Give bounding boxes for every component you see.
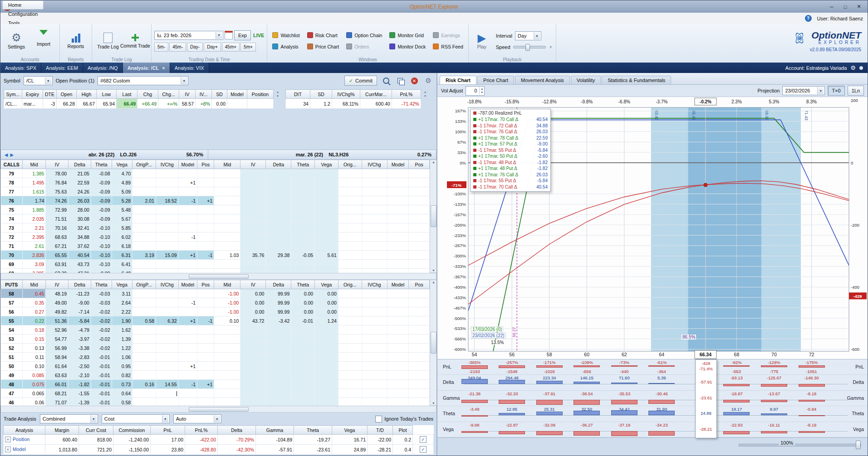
option-cell[interactable] [240, 205, 266, 214]
option-cell[interactable] [291, 214, 315, 223]
option-cell[interactable] [132, 289, 156, 298]
option-cell[interactable]: 21.05 [69, 169, 91, 178]
option-cell[interactable]: -1 [197, 316, 214, 325]
option-cell[interactable]: 0.11 [22, 353, 46, 362]
option-cell[interactable]: 0.82 [112, 371, 132, 380]
cell-last[interactable]: 66.49 [117, 99, 137, 109]
option-cell[interactable]: +1 [178, 178, 197, 187]
option-cell[interactable]: 52.96 [46, 325, 69, 335]
option-cell[interactable]: 0.00 [315, 307, 338, 316]
option-cell[interactable]: 2.035 [22, 214, 46, 223]
puts-scrollbar[interactable]: ▲▼ [430, 280, 436, 406]
option-cell[interactable] [156, 353, 178, 362]
greeks-cell[interactable]: -16.11 [757, 422, 791, 437]
option-cell[interactable] [387, 380, 409, 389]
option-cell[interactable] [362, 298, 387, 307]
option-cell[interactable] [338, 353, 362, 362]
option-cell[interactable]: 5.61 [315, 251, 338, 260]
greeks-cell[interactable]: -171%-1026 [532, 359, 567, 374]
option-cell[interactable] [387, 353, 409, 362]
option-cell[interactable]: -0.01 [91, 389, 112, 398]
option-cell[interactable] [409, 260, 430, 269]
scrollbar-thumb[interactable] [189, 407, 249, 412]
option-cell[interactable] [214, 398, 240, 406]
option-cell[interactable]: 3.385 [22, 269, 46, 273]
option-cell[interactable] [315, 187, 338, 196]
option-cell[interactable]: 5.48 [112, 205, 132, 214]
option-cell[interactable] [266, 325, 291, 335]
option-cell[interactable]: 74.26 [46, 196, 69, 205]
tab-analysis-vix[interactable]: Analysis: VIX [170, 63, 209, 73]
option-cell[interactable]: 1.03 [214, 251, 240, 260]
option-cell[interactable] [266, 223, 291, 233]
close-position-button[interactable]: ✕ [409, 76, 419, 85]
option-cell[interactable]: 40.54 [69, 251, 91, 260]
option-cell[interactable] [291, 260, 315, 269]
option-cell[interactable] [362, 269, 387, 273]
option-cell[interactable]: -0.10 [91, 251, 112, 260]
option-cell[interactable]: 0.27 [22, 307, 46, 316]
option-cell[interactable] [409, 325, 430, 335]
auto-select[interactable]: Auto▾ [173, 414, 221, 423]
horizontal-scrollbar[interactable] [0, 273, 436, 280]
option-cell[interactable]: 1.615 [22, 187, 46, 196]
option-cell[interactable]: 0.00 [291, 298, 315, 307]
option-cell[interactable]: -0.09 [91, 178, 112, 187]
option-cell[interactable] [156, 335, 178, 344]
option-row-53[interactable]: 530.1554.77-3.97-0.021.39 [1, 335, 430, 344]
greeks-cell[interactable]: 34.42 [607, 406, 642, 421]
option-cell[interactable] [197, 269, 214, 273]
help-icon[interactable]: ? [805, 15, 812, 22]
option-cell[interactable] [338, 242, 362, 251]
option-cell[interactable] [291, 344, 315, 353]
option-cell[interactable] [178, 371, 197, 380]
option-cell[interactable]: -1.39 [69, 398, 91, 406]
option-cell[interactable]: 3.09 [22, 260, 46, 269]
option-cell[interactable]: -0.08 [91, 169, 112, 178]
time-step-5m[interactable]: 5m+ [240, 43, 256, 52]
option-cell[interactable] [315, 371, 338, 380]
option-row-78[interactable]: 781.49576.8422.59-0.094.89+1 [1, 178, 430, 187]
option-cell[interactable] [315, 389, 338, 398]
option-cell[interactable]: 62.39 [46, 269, 69, 273]
option-row-52[interactable]: 520.1356.99-3.38-0.021.22 [1, 344, 430, 353]
option-cell[interactable] [197, 187, 214, 196]
tab-analysis-nq[interactable]: Analysis: /NQ [83, 63, 123, 73]
option-cell[interactable] [362, 371, 387, 380]
greeks-cell[interactable]: -9.18 [794, 391, 829, 406]
option-cell[interactable]: -5.84 [69, 316, 91, 325]
option-cell[interactable]: 51.36 [46, 316, 69, 325]
option-cell[interactable] [338, 233, 362, 242]
option-cell[interactable]: 30.08 [69, 214, 91, 223]
option-cell[interactable] [240, 260, 266, 269]
option-cell[interactable] [291, 233, 315, 242]
option-cell[interactable]: 48.19 [46, 289, 69, 298]
option-cell[interactable]: 49.00 [46, 298, 69, 307]
option-cell[interactable] [156, 242, 178, 251]
option-cell[interactable] [362, 335, 387, 344]
option-cell[interactable]: 99.99 [266, 289, 291, 298]
option-cell[interactable]: 6.32 [156, 316, 178, 325]
option-cell[interactable] [387, 316, 409, 325]
greeks-cell[interactable]: -18.87 [719, 391, 754, 406]
option-cell[interactable]: 1.385 [22, 169, 46, 178]
option-cell[interactable] [387, 178, 409, 187]
option-cell[interactable] [387, 196, 409, 205]
option-cell[interactable] [362, 251, 387, 260]
greeks-cell[interactable]: -32.33 [495, 391, 529, 406]
greeks-cell[interactable]: -32.09 [532, 422, 567, 437]
option-cell[interactable] [240, 242, 266, 251]
option-cell[interactable] [132, 389, 156, 398]
option-cell[interactable] [409, 214, 430, 223]
option-cell[interactable] [315, 205, 338, 214]
option-cell[interactable] [315, 269, 338, 273]
projection-date-select[interactable]: 23/02/2026 ▾ [782, 86, 825, 95]
option-cell[interactable] [409, 269, 430, 273]
option-row-57[interactable]: 570.3549.00-9.00-0.032.64-1-1.000.0099.9… [1, 298, 430, 307]
option-cell[interactable]: -3.42 [266, 316, 291, 325]
strike-cell[interactable]: 77 [1, 187, 23, 196]
option-cell[interactable] [362, 205, 387, 214]
option-cell[interactable] [240, 187, 266, 196]
option-cell[interactable]: 2.64 [112, 298, 132, 307]
option-cell[interactable]: -1.00 [214, 289, 240, 298]
